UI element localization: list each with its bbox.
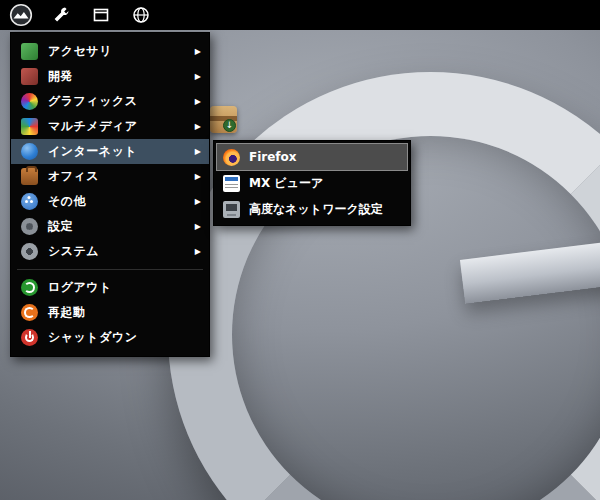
menu-item-label: アクセサリ bbox=[48, 43, 191, 60]
multimedia-icon bbox=[21, 118, 38, 135]
menu-item-other[interactable]: その他 ▶ bbox=[11, 189, 209, 214]
menu-item-label: 開発 bbox=[48, 68, 191, 85]
app-menu-button[interactable] bbox=[8, 2, 34, 28]
menu-item-multimedia[interactable]: マルチメディア ▶ bbox=[11, 114, 209, 139]
window-icon bbox=[92, 6, 110, 24]
menu-item-development[interactable]: 開発 ▶ bbox=[11, 64, 209, 89]
other-icon bbox=[21, 193, 38, 210]
menu-item-label: マルチメディア bbox=[48, 118, 191, 135]
internet-icon bbox=[21, 143, 38, 160]
settings-icon bbox=[21, 218, 38, 235]
mx-logo-icon bbox=[9, 3, 33, 27]
development-icon bbox=[21, 68, 38, 85]
submenu-item-label: Firefox bbox=[249, 150, 297, 164]
menu-item-label: その他 bbox=[48, 193, 191, 210]
office-icon bbox=[21, 168, 38, 185]
menu-item-label: グラフィックス bbox=[48, 93, 191, 110]
graphics-icon bbox=[21, 93, 38, 110]
menu-separator bbox=[17, 269, 203, 270]
menu-item-label: システム bbox=[48, 243, 191, 260]
menu-item-label: シャットダウン bbox=[48, 329, 201, 346]
submenu-arrow-icon: ▶ bbox=[195, 147, 201, 156]
submenu-arrow-icon: ▶ bbox=[195, 47, 201, 56]
accessories-icon bbox=[21, 43, 38, 60]
submenu-arrow-icon: ▶ bbox=[195, 172, 201, 181]
logout-icon bbox=[21, 279, 38, 296]
menu-item-restart[interactable]: 再起動 bbox=[11, 300, 209, 325]
menu-item-office[interactable]: オフィス ▶ bbox=[11, 164, 209, 189]
menu-item-shutdown[interactable]: シャットダウン bbox=[11, 325, 209, 350]
submenu-arrow-icon: ▶ bbox=[195, 197, 201, 206]
menu-item-accessories[interactable]: アクセサリ ▶ bbox=[11, 39, 209, 64]
package-installer-icon[interactable] bbox=[210, 106, 237, 133]
globe-icon bbox=[132, 6, 150, 24]
submenu-arrow-icon: ▶ bbox=[195, 97, 201, 106]
menu-item-internet[interactable]: インターネット ▶ bbox=[11, 139, 209, 164]
internet-submenu: Firefox MX ビューア 高度なネットワーク設定 bbox=[213, 140, 411, 226]
submenu-arrow-icon: ▶ bbox=[195, 222, 201, 231]
window-button[interactable] bbox=[88, 2, 114, 28]
menu-item-label: 再起動 bbox=[48, 304, 201, 321]
download-badge-icon bbox=[223, 119, 236, 132]
menu-item-label: 設定 bbox=[48, 218, 191, 235]
top-panel bbox=[0, 0, 600, 30]
menu-item-graphics[interactable]: グラフィックス ▶ bbox=[11, 89, 209, 114]
app-menu: アクセサリ ▶ 開発 ▶ グラフィックス ▶ マルチメディア ▶ インターネット… bbox=[10, 32, 210, 357]
shutdown-icon bbox=[21, 329, 38, 346]
submenu-item-network-settings[interactable]: 高度なネットワーク設定 bbox=[217, 196, 407, 222]
menu-item-settings[interactable]: 設定 ▶ bbox=[11, 214, 209, 239]
submenu-arrow-icon: ▶ bbox=[195, 72, 201, 81]
submenu-arrow-icon: ▶ bbox=[195, 122, 201, 131]
menu-item-label: インターネット bbox=[48, 143, 191, 160]
submenu-item-mx-viewer[interactable]: MX ビューア bbox=[217, 170, 407, 196]
tools-button[interactable] bbox=[48, 2, 74, 28]
submenu-item-label: MX ビューア bbox=[249, 175, 323, 192]
submenu-item-firefox[interactable]: Firefox bbox=[217, 144, 407, 170]
wrench-icon bbox=[52, 6, 70, 24]
network-icon bbox=[223, 201, 240, 218]
system-icon bbox=[21, 243, 38, 260]
submenu-arrow-icon: ▶ bbox=[195, 247, 201, 256]
web-button[interactable] bbox=[128, 2, 154, 28]
menu-item-label: オフィス bbox=[48, 168, 191, 185]
firefox-icon bbox=[223, 149, 240, 166]
desktop: アクセサリ ▶ 開発 ▶ グラフィックス ▶ マルチメディア ▶ インターネット… bbox=[0, 0, 600, 500]
document-icon bbox=[223, 175, 240, 192]
restart-icon bbox=[21, 304, 38, 321]
menu-item-system[interactable]: システム ▶ bbox=[11, 239, 209, 264]
menu-item-logout[interactable]: ログアウト bbox=[11, 275, 209, 300]
menu-item-label: ログアウト bbox=[48, 279, 201, 296]
submenu-item-label: 高度なネットワーク設定 bbox=[249, 201, 383, 218]
